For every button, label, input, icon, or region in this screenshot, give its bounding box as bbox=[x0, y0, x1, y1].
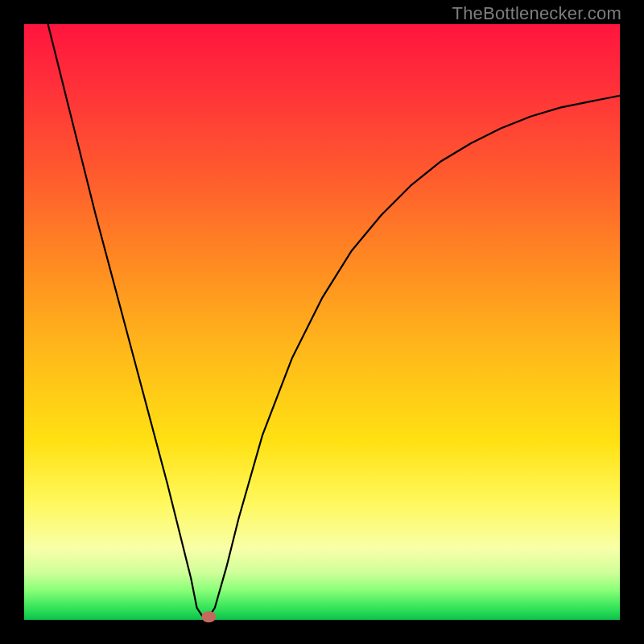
bottleneck-curve bbox=[48, 24, 620, 617]
chart-svg bbox=[24, 24, 620, 620]
chart-frame: TheBottlenecker.com bbox=[0, 0, 644, 644]
watermark-text: TheBottlenecker.com bbox=[452, 3, 621, 24]
optimal-point-marker bbox=[201, 611, 216, 622]
plot-area bbox=[24, 24, 620, 620]
